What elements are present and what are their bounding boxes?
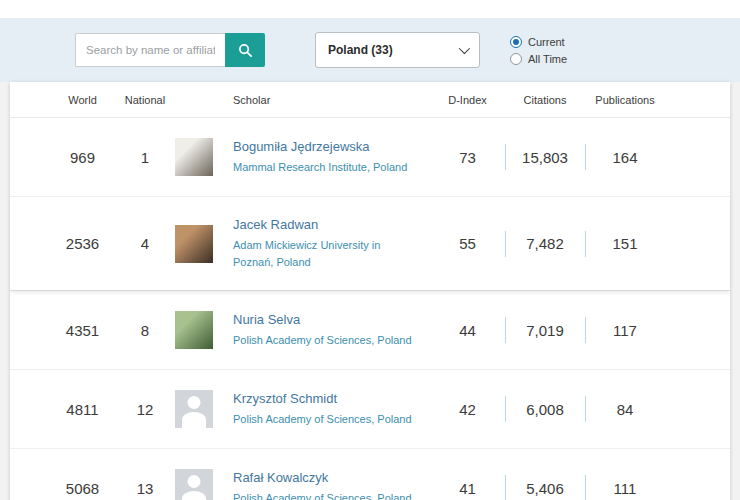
- scholar-cell: Bogumiła Jędrzejewska Mammal Research In…: [233, 139, 430, 176]
- national-rank: 12: [115, 401, 175, 418]
- scholar-cell: Krzysztof Schmidt Polish Academy of Scie…: [233, 391, 430, 428]
- column-header-scholar: Scholar: [233, 94, 430, 106]
- publications-value: 111: [585, 469, 665, 500]
- scholar-name-link[interactable]: Bogumiła Jędrzejewska: [233, 139, 420, 154]
- national-rank: 4: [115, 235, 175, 252]
- column-header-world: World: [50, 94, 115, 106]
- radio-label: All Time: [528, 53, 567, 65]
- d-index-value: 44: [430, 311, 505, 349]
- filter-all-time-radio[interactable]: All Time: [510, 53, 567, 65]
- radio-label: Current: [528, 36, 565, 48]
- column-header-d-index: D-Index: [430, 94, 505, 106]
- scholar-cell: Nuria Selva Polish Academy of Sciences, …: [233, 312, 430, 349]
- table-row: 4811 12 Krzysztof Schmidt Polish Academy…: [10, 370, 730, 449]
- filter-toolbar: Poland (33) Current All Time: [0, 18, 740, 82]
- radio-icon: [510, 36, 522, 48]
- world-rank: 2536: [50, 235, 115, 252]
- scholar-affiliation-link[interactable]: Polish Academy of Sciences, Poland: [233, 411, 420, 428]
- column-header-national: National: [115, 94, 175, 106]
- scholar-avatar[interactable]: [175, 469, 213, 500]
- column-header-citations: Citations: [505, 94, 585, 106]
- search-button[interactable]: [225, 33, 265, 67]
- table-row: 969 1 Bogumiła Jędrzejewska Mammal Resea…: [10, 118, 730, 197]
- national-rank: 8: [115, 322, 175, 339]
- column-header-publications: Publications: [585, 94, 665, 106]
- scholar-affiliation-link[interactable]: Mammal Research Institute, Poland: [233, 159, 420, 176]
- scholar-avatar[interactable]: [175, 138, 213, 176]
- ranking-table: World National Scholar D-Index Citations…: [10, 82, 730, 500]
- publications-value: 151: [585, 217, 665, 270]
- chevron-down-icon: [459, 43, 470, 54]
- d-index-value: 55: [430, 217, 505, 270]
- table-header-row: World National Scholar D-Index Citations…: [10, 82, 730, 118]
- scholar-cell: Rafał Kowalczyk Polish Academy of Scienc…: [233, 470, 430, 500]
- country-select-value: Poland (33): [328, 43, 393, 57]
- d-index-value: 41: [430, 469, 505, 500]
- publications-value: 164: [585, 138, 665, 176]
- world-rank: 969: [50, 149, 115, 166]
- world-rank: 5068: [50, 480, 115, 497]
- scholar-name-link[interactable]: Krzysztof Schmidt: [233, 391, 420, 406]
- scholar-avatar[interactable]: [175, 311, 213, 349]
- publications-value: 84: [585, 390, 665, 428]
- scholar-avatar[interactable]: [175, 390, 213, 428]
- table-row: 5068 13 Rafał Kowalczyk Polish Academy o…: [10, 449, 730, 500]
- citations-value: 7,019: [505, 311, 585, 349]
- search-icon: [238, 43, 253, 58]
- d-index-value: 42: [430, 390, 505, 428]
- scholar-cell: Jacek Radwan Adam Mickiewicz University …: [233, 217, 430, 270]
- page-top-margin: [0, 0, 740, 18]
- scholar-affiliation-link[interactable]: Polish Academy of Sciences, Poland: [233, 332, 420, 349]
- search-input[interactable]: [75, 33, 225, 67]
- world-rank: 4811: [50, 401, 115, 418]
- scholar-affiliation-link[interactable]: Polish Academy of Sciences, Poland: [233, 490, 420, 500]
- filter-current-radio[interactable]: Current: [510, 36, 567, 48]
- d-index-value: 73: [430, 138, 505, 176]
- search-group: [75, 33, 265, 67]
- national-rank: 13: [115, 480, 175, 497]
- scholar-name-link[interactable]: Nuria Selva: [233, 312, 420, 327]
- scholar-avatar[interactable]: [175, 225, 213, 263]
- publications-value: 117: [585, 311, 665, 349]
- citations-value: 5,406: [505, 469, 585, 500]
- world-rank: 4351: [50, 322, 115, 339]
- table-row: 2536 4 Jacek Radwan Adam Mickiewicz Univ…: [10, 197, 730, 291]
- country-select[interactable]: Poland (33): [315, 32, 480, 68]
- scholar-name-link[interactable]: Jacek Radwan: [233, 217, 420, 232]
- time-filter-group: Current All Time: [510, 36, 567, 65]
- table-row: 4351 8 Nuria Selva Polish Academy of Sci…: [10, 291, 730, 370]
- scholar-name-link[interactable]: Rafał Kowalczyk: [233, 470, 420, 485]
- citations-value: 6,008: [505, 390, 585, 428]
- national-rank: 1: [115, 149, 175, 166]
- radio-icon: [510, 53, 522, 65]
- scholar-affiliation-link[interactable]: Adam Mickiewicz University in Poznań, Po…: [233, 237, 420, 270]
- citations-value: 15,803: [505, 138, 585, 176]
- citations-value: 7,482: [505, 217, 585, 270]
